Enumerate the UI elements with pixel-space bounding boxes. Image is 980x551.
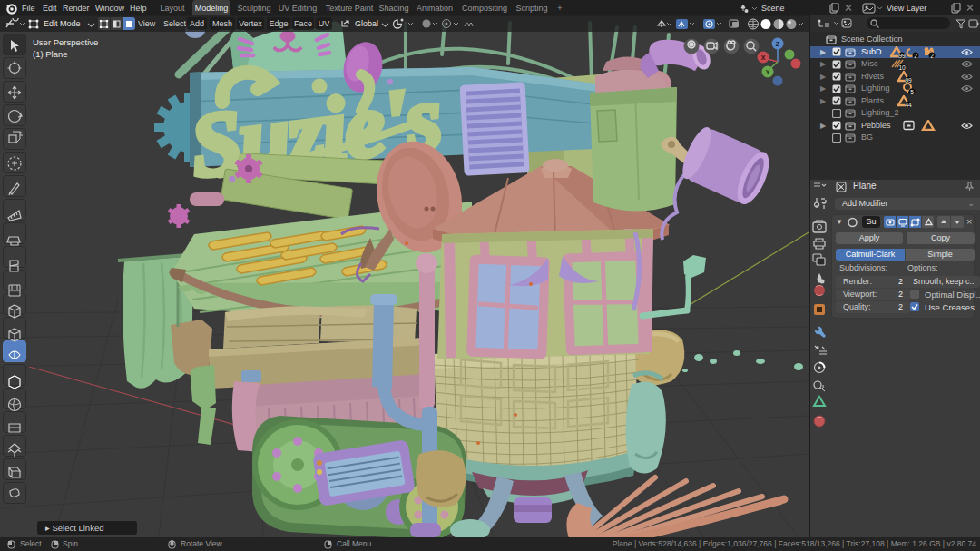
svg-text:5: 5 xyxy=(910,89,914,95)
svg-text:99: 99 xyxy=(898,52,906,58)
svg-text:User Perspective: User Perspective xyxy=(33,37,98,47)
svg-text:Y: Y xyxy=(766,69,770,75)
svg-text:(1) Plane: (1) Plane xyxy=(33,49,68,59)
svg-text:2: 2 xyxy=(914,52,917,58)
svg-text:2: 2 xyxy=(930,52,934,58)
svg-text:X: X xyxy=(761,54,766,61)
svg-text:▸ Select Linked: ▸ Select Linked xyxy=(45,523,103,533)
svg-text:10: 10 xyxy=(898,64,906,71)
svg-text:99: 99 xyxy=(905,76,912,83)
svg-text:Z: Z xyxy=(776,41,780,47)
svg-text:44: 44 xyxy=(905,101,912,107)
